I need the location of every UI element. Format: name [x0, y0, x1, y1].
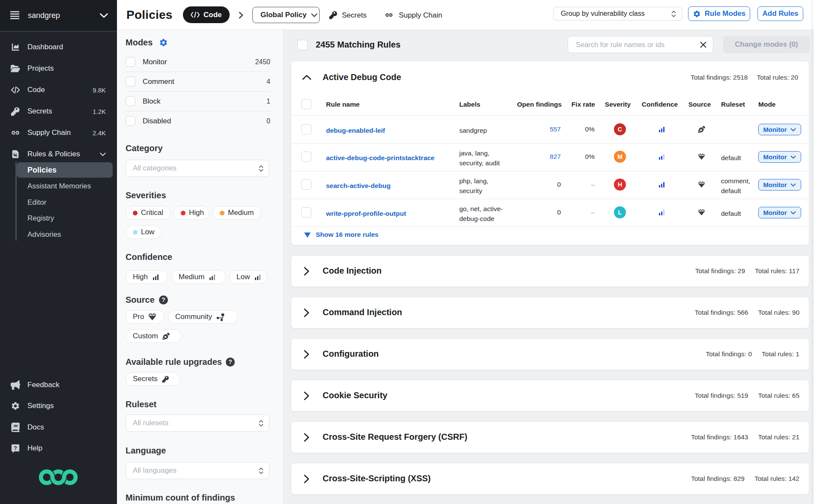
svg-text:?: ?: [14, 445, 17, 451]
